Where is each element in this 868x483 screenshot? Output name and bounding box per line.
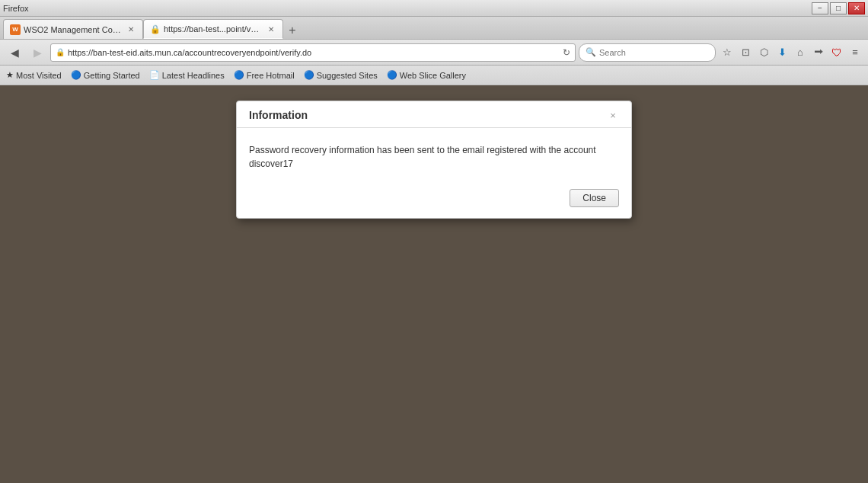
search-bar: 🔍 [579, 43, 716, 62]
tab-bar: W WSO2 Management Console ✕ 🔒 https://ba… [0, 17, 868, 40]
tab-close-wso2[interactable]: ✕ [126, 24, 136, 35]
maximize-button[interactable]: □ [830, 2, 847, 14]
app-title: Firefox [3, 4, 29, 13]
modal-footer: Close [237, 183, 631, 218]
bookmark-label-1: Getting Started [84, 71, 140, 80]
bookmark-icon-4: 🔵 [304, 70, 314, 80]
bookmark-label-4: Suggested Sites [317, 71, 378, 80]
nav-icons-right: ☆ ⊡ ⬡ ⬇ ⌂ ⮕ 🛡 ≡ [719, 44, 863, 61]
bookmarks-star-button[interactable]: ☆ [719, 44, 736, 61]
forward-icon: ▶ [34, 46, 42, 59]
info-modal: Information × Password recovery informat… [236, 101, 632, 219]
bookmark-suggested-sites[interactable]: 🔵 Suggested Sites [304, 70, 378, 80]
tab-wso2[interactable]: W WSO2 Management Console ✕ [3, 19, 143, 39]
modal-header: Information × [237, 101, 631, 128]
bookmarks-bar: ★ Most Visited 🔵 Getting Started 📄 Lates… [0, 66, 868, 85]
forward-button[interactable]: ▶ [27, 43, 47, 62]
bookmark-label-0: Most Visited [16, 71, 62, 80]
bookmark-icon-3: 🔵 [234, 70, 244, 80]
tab-favicon-wso2: W [10, 24, 21, 35]
bookmark-latest-headlines[interactable]: 📄 Latest Headlines [149, 70, 225, 80]
tab-verify[interactable]: 🔒 https://ban-test...point/verify.do ✕ [143, 19, 283, 39]
page-content: Information × Password recovery informat… [0, 85, 868, 483]
nav-bar: ◀ ▶ 🔒 ↻ 🔍 ☆ ⊡ ⬡ ⬇ ⌂ ⮕ 🛡 ≡ [0, 40, 868, 66]
tab-close-verify[interactable]: ✕ [266, 24, 276, 34]
modal-body-text: Password recovery information has been s… [249, 143, 619, 171]
address-input[interactable] [68, 48, 560, 57]
back-icon: ◀ [11, 46, 19, 59]
bookmark-getting-started[interactable]: 🔵 Getting Started [71, 70, 140, 80]
back-button[interactable]: ◀ [5, 43, 24, 62]
reading-list-button[interactable]: ⊡ [737, 44, 754, 61]
modal-title: Information [249, 109, 308, 121]
bookmark-web-slice-gallery[interactable]: 🔵 Web Slice Gallery [387, 70, 466, 80]
download-button[interactable]: ⬇ [774, 44, 790, 61]
tab-label-verify: https://ban-test...point/verify.do [164, 24, 263, 34]
modal-close-button[interactable]: Close [570, 189, 619, 207]
title-bar: Firefox − □ ✕ [0, 0, 868, 17]
address-bar: 🔒 ↻ [50, 43, 576, 62]
bookmark-icon-1: 🔵 [71, 70, 81, 80]
bookmark-label-2: Latest Headlines [162, 71, 225, 80]
tab-favicon-verify: 🔒 [150, 24, 161, 34]
bookmark-free-hotmail[interactable]: 🔵 Free Hotmail [234, 70, 295, 80]
bookmark-label-5: Web Slice Gallery [400, 71, 466, 80]
tab-label-wso2: WSO2 Management Console [24, 25, 123, 34]
pocket-button[interactable]: ⬡ [755, 44, 772, 61]
title-bar-left: Firefox [3, 4, 29, 13]
title-bar-controls: − □ ✕ [812, 2, 865, 14]
modal-close-x-button[interactable]: × [607, 109, 619, 121]
bookmark-icon-0: ★ [6, 70, 14, 80]
bookmark-icon-5: 🔵 [387, 70, 397, 80]
search-input[interactable] [599, 48, 698, 57]
refresh-button[interactable]: ↻ [563, 47, 570, 58]
window-close-button[interactable]: ✕ [848, 2, 865, 14]
bookmark-most-visited[interactable]: ★ Most Visited [6, 70, 62, 80]
new-tab-button[interactable]: + [283, 22, 302, 39]
bookmark-icon-2: 📄 [149, 70, 160, 80]
bookmark-label-3: Free Hotmail [247, 71, 295, 80]
shield-button[interactable]: 🛡 [828, 44, 845, 61]
home-button[interactable]: ⌂ [792, 44, 809, 61]
firefox-sync-button[interactable]: ⮕ [810, 44, 827, 61]
search-icon: 🔍 [586, 47, 596, 57]
lock-icon: 🔒 [56, 48, 65, 56]
modal-body: Password recovery information has been s… [237, 128, 631, 183]
menu-button[interactable]: ≡ [847, 44, 863, 61]
minimize-button[interactable]: − [812, 2, 828, 14]
